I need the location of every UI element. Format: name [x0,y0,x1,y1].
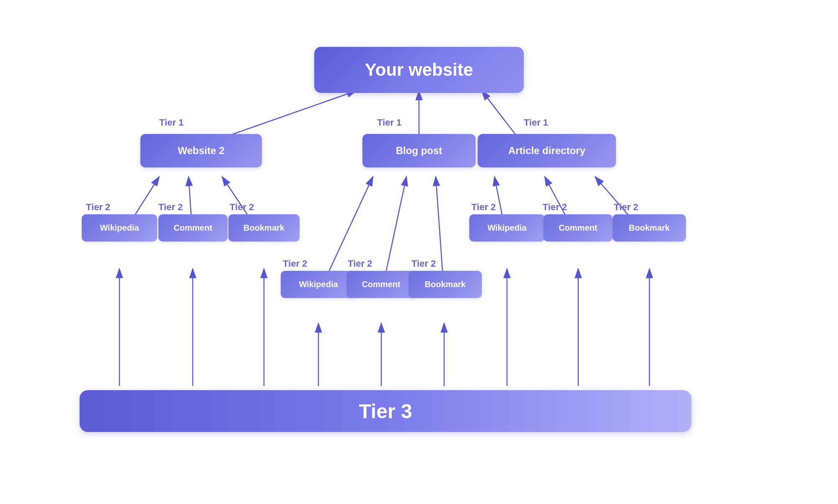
tier2-label-right-3: Tier 2 [614,202,638,213]
tier2-label-left-3: Tier 2 [230,202,254,213]
tier2-label-center-3: Tier 2 [411,258,436,269]
bookmark-center-node: Bookmark [409,271,482,298]
your-website-node: Your website [314,47,524,93]
website2-node: Website 2 [140,134,262,167]
bookmark-left-node: Bookmark [228,214,300,242]
comment-right-node: Comment [543,214,613,242]
tier2-label-left-1: Tier 2 [86,202,110,213]
comment-left-node: Comment [158,214,228,242]
articledirectory-node: Article directory [478,134,616,167]
tier1-label-left: Tier 1 [159,117,184,128]
tier3-node: Tier 3 [80,390,691,432]
tier2-label-right-1: Tier 2 [471,202,496,213]
tier1-label-right: Tier 1 [524,117,548,128]
tier2-label-right-2: Tier 2 [543,202,567,213]
link-building-diagram: Your website Tier 1 Tier 1 Tier 1 Websit… [42,22,796,482]
comment-center-node: Comment [347,271,416,298]
tier2-label-center-2: Tier 2 [348,258,372,269]
bookmark-right-node: Bookmark [613,214,686,242]
wikipedia-left-node: Wikipedia [82,214,157,242]
blogpost-node: Blog post [362,134,476,167]
wikipedia-right-node: Wikipedia [469,214,545,242]
tier1-label-center: Tier 1 [377,117,401,128]
wikipedia-center-node: Wikipedia [281,271,356,298]
tier2-label-center-1: Tier 2 [283,258,307,269]
tier2-label-left-2: Tier 2 [158,202,183,213]
